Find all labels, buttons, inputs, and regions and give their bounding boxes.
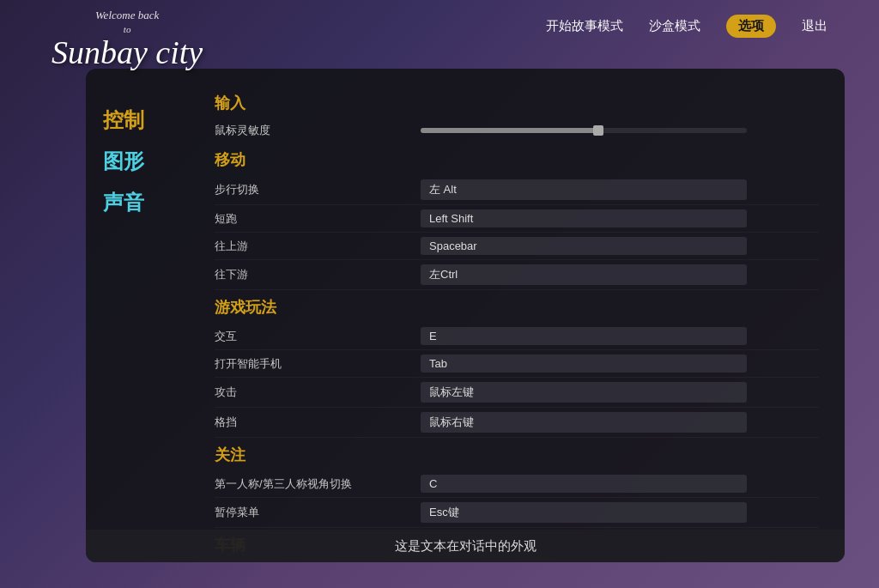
sidebar: 控制 图形 声音 <box>86 69 189 562</box>
interact-label: 交互 <box>215 329 421 344</box>
interact-value[interactable]: E <box>421 327 747 345</box>
keybind-swim-up: 往上游 Spacebar <box>215 233 819 260</box>
preview-text: 这是文本在对话中的外观 <box>395 538 536 555</box>
sprint-label: 短跑 <box>215 211 421 227</box>
phone-value[interactable]: Tab <box>421 355 747 373</box>
nav-story-mode[interactable]: 开始故事模式 <box>546 18 623 34</box>
block-label: 格挡 <box>215 415 421 430</box>
section-title-focus: 关注 <box>215 445 819 465</box>
perspective-value[interactable]: C <box>421 475 747 493</box>
slider-thumb[interactable] <box>593 125 603 136</box>
slider-fill <box>421 128 600 133</box>
keybind-phone: 打开智能手机 Tab <box>215 350 819 378</box>
keybind-block: 格挡 鼠标右键 <box>215 408 819 438</box>
keybind-interact: 交互 E <box>215 323 819 350</box>
keybind-perspective: 第一人称/第三人称视角切换 C <box>215 470 819 498</box>
main-panel: 控制 图形 声音 输入 鼠标灵敏度 移动 步行切换 左 Alt 短跑 Left … <box>86 69 845 562</box>
sprint-value[interactable]: Left Shift <box>421 209 747 227</box>
keybind-swim-down: 往下游 左Ctrl <box>215 260 819 290</box>
sidebar-item-controls[interactable]: 控制 <box>103 103 172 137</box>
content-area: 输入 鼠标灵敏度 移动 步行切换 左 Alt 短跑 Left Shift 往上游… <box>189 69 845 562</box>
swim-up-value[interactable]: Spacebar <box>421 237 747 255</box>
swim-up-label: 往上游 <box>215 239 421 254</box>
mouse-sensitivity-label: 鼠标灵敏度 <box>215 123 421 138</box>
top-nav: 开始故事模式 沙盒模式 选项 退出 <box>0 0 879 52</box>
attack-label: 攻击 <box>215 385 421 400</box>
mouse-sensitivity-slider[interactable] <box>421 128 747 133</box>
nav-quit[interactable]: 退出 <box>802 18 827 34</box>
section-title-gameplay: 游戏玩法 <box>215 297 819 318</box>
swim-down-label: 往下游 <box>215 267 421 282</box>
sidebar-item-sound[interactable]: 声音 <box>103 185 172 220</box>
attack-value[interactable]: 鼠标左键 <box>421 382 747 403</box>
section-title-movement: 移动 <box>215 149 819 170</box>
preview-text-bar: 这是文本在对话中的外观 <box>86 530 845 562</box>
keybind-pause: 暂停菜单 Esc键 <box>215 498 819 528</box>
nav-sandbox-mode[interactable]: 沙盒模式 <box>649 18 700 34</box>
mouse-sensitivity-row: 鼠标灵敏度 <box>215 118 819 142</box>
keybind-sprint: 短跑 Left Shift <box>215 205 819 233</box>
phone-label: 打开智能手机 <box>215 356 421 372</box>
block-value[interactable]: 鼠标右键 <box>421 412 747 433</box>
perspective-label: 第一人称/第三人称视角切换 <box>215 476 421 492</box>
nav-options[interactable]: 选项 <box>726 15 776 38</box>
swim-down-value[interactable]: 左Ctrl <box>421 264 747 285</box>
pause-value[interactable]: Esc键 <box>421 502 747 523</box>
walk-toggle-value[interactable]: 左 Alt <box>421 179 747 200</box>
keybind-walk-toggle: 步行切换 左 Alt <box>215 175 819 205</box>
walk-toggle-label: 步行切换 <box>215 182 421 197</box>
section-title-input: 输入 <box>215 93 819 113</box>
keybind-attack: 攻击 鼠标左键 <box>215 378 819 408</box>
sidebar-item-graphics[interactable]: 图形 <box>103 144 172 179</box>
pause-label: 暂停菜单 <box>215 505 421 520</box>
